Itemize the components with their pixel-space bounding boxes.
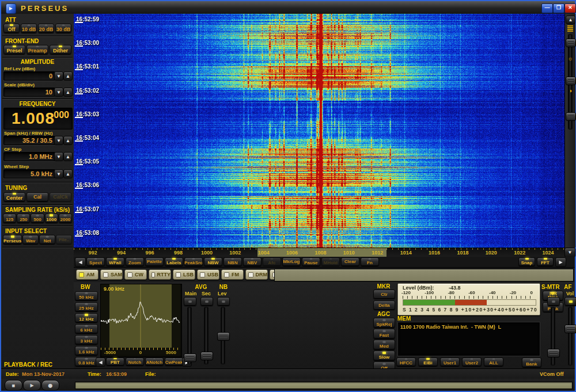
display-button-nbv[interactable]: NBV	[243, 257, 262, 266]
mode-button-am[interactable]: AM	[76, 269, 98, 280]
close-button[interactable]: ✕	[564, 3, 576, 13]
mem-button-user2[interactable]: User2	[462, 357, 482, 366]
avg-sec-slider-handle[interactable]	[200, 352, 213, 360]
att-button-30-db[interactable]: 30 dB	[55, 24, 71, 33]
sampling-button-125[interactable]: 125	[3, 214, 16, 223]
bw-button-0-8-khz[interactable]: 0.8 kHz	[75, 357, 98, 366]
waterfall-slider-handle[interactable]	[566, 39, 576, 47]
mode-button-sam[interactable]: SAM	[100, 269, 123, 280]
agc-button-spkrej[interactable]: SpkRej	[373, 318, 395, 328]
display-button-nbw[interactable]: NBW	[204, 257, 222, 266]
frontend-button-preamp[interactable]: Preamp	[26, 45, 48, 54]
bw-button-12-khz[interactable]: 12 kHz	[75, 313, 98, 322]
play-button[interactable]: ▶	[23, 380, 41, 391]
agc-button-slow[interactable]: Slow	[373, 351, 395, 360]
scroll-right-icon[interactable]: ▶	[555, 257, 566, 267]
mem-button-eibi[interactable]: EiBi	[418, 357, 438, 366]
att-button-off[interactable]: Off	[3, 24, 20, 33]
filter-button-notch[interactable]: Notch	[126, 357, 144, 366]
att-button-20-db[interactable]: 20 dB	[38, 24, 54, 33]
bw-button-50-khz[interactable]: 50 kHz	[75, 291, 98, 300]
af-vol-button[interactable]	[564, 297, 576, 306]
display-button-clear[interactable]: Clear	[341, 257, 359, 266]
waterfall-display[interactable]: 16:52:5916:53:0016:53:0116:53:0216:53:03…	[74, 14, 564, 248]
display-button-peaksrc[interactable]: PeakSrc	[184, 257, 203, 266]
scale-value[interactable]: 10	[3, 87, 55, 97]
scale-down-arrow-icon[interactable]: ▼	[564, 248, 575, 257]
mem-button-all[interactable]: ALL	[484, 357, 503, 366]
display-button-snap[interactable]: Snap	[518, 257, 535, 266]
filter-spectrum-display[interactable]: 9.00 kHz -5000 0 5000	[100, 284, 182, 357]
sampling-button-250[interactable]: 250	[17, 214, 30, 223]
bw-button-25-khz[interactable]: 25 kHz	[75, 302, 98, 311]
tuning-button-center[interactable]: Center	[3, 192, 25, 201]
sampling-button-500[interactable]: 500	[31, 214, 44, 223]
mem-entry[interactable]: 1100 1700 Radio Taiwan Int. - TWN (M) L	[400, 324, 501, 330]
ref-lev-up-icon[interactable]: ▲	[63, 71, 73, 81]
wheel-step-down-icon[interactable]: ▼	[54, 169, 63, 178]
span-value[interactable]: 35.2 / 30.5	[3, 136, 55, 145]
filter-prev-icon[interactable]: ◀	[96, 357, 105, 367]
frequency-scale[interactable]: 9929949969981000100210041006100810101012…	[74, 248, 564, 257]
display-button-labels[interactable]: Labels	[165, 257, 183, 266]
mkr-button-ctr[interactable]: Ctr	[373, 290, 395, 299]
display-button-mkrlog[interactable]: MkrLog	[282, 257, 301, 266]
avg-main-button[interactable]	[184, 297, 196, 306]
mode-button-usb[interactable]: USB	[197, 269, 219, 280]
bw-button-6-khz[interactable]: 6 kHz	[75, 324, 98, 333]
frontend-button-dither[interactable]: Dither	[50, 45, 71, 54]
wheel-step-value[interactable]: 5.0 kHz	[3, 169, 55, 178]
bw-button-1-6-khz[interactable]: 1.6 kHz	[75, 346, 98, 355]
agc-button-med[interactable]: Med	[373, 340, 395, 349]
mem-button-hfcc[interactable]: HFCC	[396, 357, 416, 366]
contrast-slider-handle[interactable]	[566, 112, 576, 121]
maximize-button[interactable]: ❐	[553, 3, 564, 13]
input-button-perseus[interactable]: Perseus	[3, 235, 22, 244]
frequency-display[interactable]: 1.008 000	[3, 108, 73, 130]
mode-button-rtty[interactable]: RTTY	[149, 269, 171, 280]
display-button-spect[interactable]: Spect	[86, 257, 105, 266]
af-vol-slider-handle[interactable]	[564, 325, 576, 333]
att-button-10-db[interactable]: 10 dB	[21, 24, 37, 33]
ref-lev-down-icon[interactable]: ▼	[54, 71, 63, 81]
frontend-button-presel[interactable]: Presel	[3, 45, 25, 54]
stop-button[interactable]: ◼	[5, 380, 22, 391]
minimize-button[interactable]: —	[541, 3, 553, 13]
bw-button-3-khz[interactable]: 3 kHz	[75, 335, 98, 344]
filter-button-cwpeak[interactable]: CwPeak	[165, 357, 183, 366]
display-button-fn[interactable]: Fn	[361, 257, 379, 266]
display-button-afc[interactable]: Afc	[263, 257, 281, 266]
tuning-button-calck[interactable]: CalCk	[50, 192, 71, 201]
display-button-pause[interactable]: Pause	[302, 257, 320, 266]
mode-button-cw[interactable]: CW	[124, 269, 147, 280]
agc-button-fast[interactable]: Fast	[373, 329, 395, 338]
scale-up-icon[interactable]: ▲	[63, 87, 73, 97]
mode-button-drm[interactable]: DRM	[245, 269, 268, 280]
mem-bank-button[interactable]: Bank	[522, 357, 541, 367]
scroll-left-icon[interactable]: ◀	[75, 257, 86, 267]
display-button-zoom[interactable]: Zoom	[126, 257, 144, 266]
scale-down-icon[interactable]: ▼	[54, 87, 63, 97]
af-nr-button[interactable]	[547, 297, 560, 306]
cf-step-value[interactable]: 1.0 MHz	[3, 152, 55, 161]
sampling-button-2000[interactable]: 2000	[59, 214, 72, 223]
cf-step-down-icon[interactable]: ▼	[54, 152, 63, 161]
input-button-wav[interactable]: Wav	[22, 235, 39, 244]
display-button-nbn[interactable]: NBN	[223, 257, 242, 266]
brightness-slider-handle[interactable]	[566, 77, 576, 85]
ref-lev-value[interactable]: 0	[3, 71, 55, 81]
display-button-fft[interactable]: FFT	[537, 257, 554, 266]
display-button-mhold[interactable]: MHold	[321, 257, 340, 266]
tuning-button-cal[interactable]: Cal	[26, 192, 48, 201]
filter-button-anotch[interactable]: ANotch	[145, 357, 164, 366]
avg-sec-button[interactable]	[200, 297, 213, 306]
nb-lev-button[interactable]	[217, 297, 230, 306]
scroll-up-icon[interactable]: ▲	[566, 16, 575, 24]
record-progress-bar[interactable]	[75, 382, 573, 389]
cf-step-up-icon[interactable]: ▲	[63, 152, 73, 161]
sampling-button-1000[interactable]: 1000	[45, 214, 58, 223]
wheel-step-up-icon[interactable]: ▲	[63, 169, 73, 178]
filter-button-pbt[interactable]: PBT	[106, 357, 124, 366]
mem-button-user1[interactable]: User1	[440, 357, 460, 366]
display-button-palette[interactable]: Palette	[145, 257, 164, 266]
